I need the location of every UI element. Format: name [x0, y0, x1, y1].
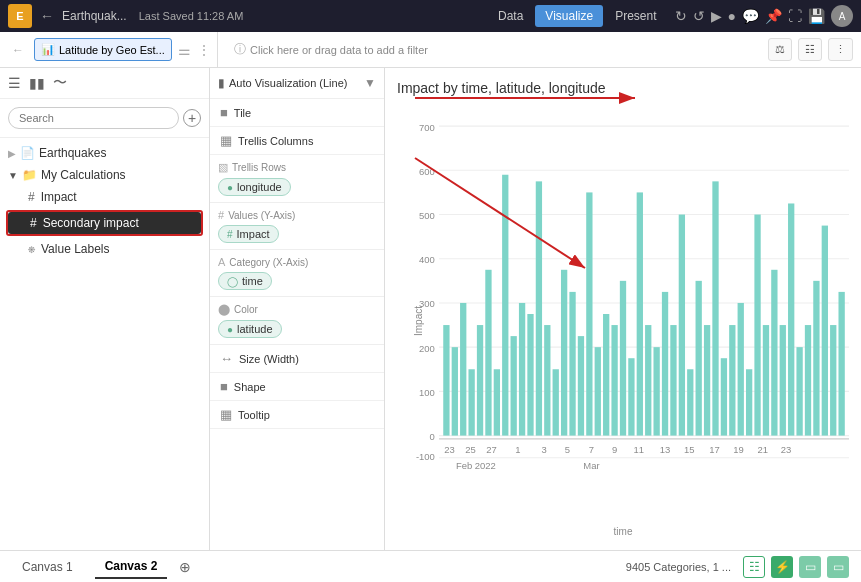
trellis-rows-label: ▧ Trellis Rows	[218, 161, 376, 174]
longitude-label: longitude	[237, 181, 282, 193]
svg-text:-100: -100	[416, 451, 435, 462]
svg-text:13: 13	[660, 444, 671, 455]
viz-option-size[interactable]: ↔ Size (Width)	[210, 345, 384, 373]
save-icon[interactable]: 💾	[808, 8, 825, 24]
shelf-category: A Category (X-Axis) ◯ time	[210, 250, 384, 297]
latitude-pill-label: latitude	[237, 323, 272, 335]
filter-btn[interactable]: ⚖	[768, 38, 792, 61]
bottom-bar: Canvas 1 Canvas 2 ⊕ 9405 Categories, 1 .…	[0, 550, 861, 582]
nav-data[interactable]: Data	[488, 5, 533, 27]
nav-visualize[interactable]: Visualize	[535, 5, 603, 27]
svg-rect-62	[813, 281, 819, 436]
sidebar: ☰ ▮▮ 〜 + ▶ 📄 Earthquakes ▼ 📁 My Calculat…	[0, 68, 210, 550]
svg-rect-51	[721, 358, 727, 435]
canvas-tab-2[interactable]: Canvas 2	[95, 555, 168, 579]
grid-tab-icon[interactable]: ⋮	[197, 42, 211, 58]
more-btn[interactable]: ⋮	[828, 38, 853, 61]
hash-pill-icon: #	[227, 229, 233, 240]
svg-text:5: 5	[565, 444, 570, 455]
svg-rect-61	[805, 325, 811, 436]
toolbar2: ← 📊 Latitude by Geo Est... ⚌ ⋮ ⓘ Click h…	[0, 32, 861, 68]
values-text: Values (Y-Axis)	[228, 210, 295, 221]
sidebar-item-value-labels[interactable]: ⎈ Value Labels	[0, 238, 209, 260]
svg-text:500: 500	[419, 210, 435, 221]
add-tab-icon[interactable]: ⚌	[178, 42, 191, 58]
chart-area: Impact by time, latitude, longitude Impa…	[385, 68, 861, 550]
expand2-icon[interactable]: ▭	[827, 556, 849, 578]
search-input[interactable]	[8, 107, 179, 129]
svg-rect-47	[687, 369, 693, 435]
svg-text:7: 7	[589, 444, 594, 455]
impact-pill[interactable]: # Impact	[218, 225, 279, 243]
add-field-button[interactable]: +	[183, 109, 201, 127]
circle-icon[interactable]: ●	[728, 8, 736, 24]
geo-lat-icon: ●	[227, 324, 233, 335]
undo-icon[interactable]: ↻	[675, 8, 687, 24]
tab-latitude[interactable]: 📊 Latitude by Geo Est...	[34, 38, 172, 61]
redo-icon[interactable]: ↺	[693, 8, 705, 24]
svg-text:100: 100	[419, 387, 435, 398]
screen-icon[interactable]: ⛶	[788, 8, 802, 24]
chat-icon[interactable]: 💬	[742, 8, 759, 24]
bolt-icon[interactable]: ⚡	[771, 556, 793, 578]
viz-selector-icon: ▮	[218, 76, 225, 90]
svg-text:27: 27	[486, 444, 497, 455]
svg-rect-32	[561, 270, 567, 436]
tooltip-icon: ▦	[220, 407, 232, 422]
svg-text:1: 1	[515, 444, 520, 455]
sidebar-item-impact[interactable]: # Impact	[0, 186, 209, 208]
nav-present[interactable]: Present	[605, 5, 666, 27]
svg-text:25: 25	[465, 444, 476, 455]
play-icon[interactable]: ▶	[711, 8, 722, 24]
back-nav[interactable]: ←	[8, 43, 28, 57]
svg-rect-24	[494, 369, 500, 435]
sidebar-chart-icon[interactable]: ▮▮	[29, 75, 45, 91]
y-axis-label: Impact	[413, 306, 424, 336]
svg-rect-36	[595, 347, 601, 435]
svg-text:23: 23	[444, 444, 455, 455]
location-icon[interactable]: 📌	[765, 8, 782, 24]
viz-option-trellis-columns[interactable]: ▦ Trellis Columns	[210, 127, 384, 155]
sidebar-wave-icon[interactable]: 〜	[53, 74, 67, 92]
chevron-down-icon: ▼	[8, 170, 18, 181]
svg-rect-18	[443, 325, 449, 436]
shape-label: Shape	[234, 381, 266, 393]
hash-icon-shelf: #	[218, 209, 224, 221]
shelf-values: # Values (Y-Axis) # Impact	[210, 203, 384, 250]
sidebar-menu-icon[interactable]: ☰	[8, 75, 21, 91]
add-canvas-button[interactable]: ⊕	[179, 559, 191, 575]
latitude-pill[interactable]: ● latitude	[218, 320, 282, 338]
impact-pill-label: Impact	[237, 228, 270, 240]
viz-option-shape[interactable]: ■ Shape	[210, 373, 384, 401]
svg-text:400: 400	[419, 254, 435, 265]
info-icon: ⓘ	[234, 41, 246, 58]
sidebar-group-earthquakes[interactable]: ▶ 📄 Earthquakes	[0, 142, 209, 164]
table-view-icon[interactable]: ☷	[743, 556, 765, 578]
user-avatar[interactable]: A	[831, 5, 853, 27]
back-button[interactable]: ←	[40, 8, 54, 24]
viz-label: Auto Visualization (Line)	[229, 77, 360, 89]
sidebar-item-secondary-impact[interactable]: # Secondary impact	[8, 212, 201, 234]
tab-label: Latitude by Geo Est...	[59, 44, 165, 56]
shelf-trellis-rows: ▧ Trellis Rows ● longitude	[210, 155, 384, 203]
toolbar2-center: ⓘ Click here or drag data to add a filte…	[226, 41, 760, 58]
svg-rect-19	[452, 347, 458, 435]
viz-option-tile[interactable]: ■ Tile	[210, 99, 384, 127]
viz-option-tooltip[interactable]: ▦ Tooltip	[210, 401, 384, 429]
svg-rect-59	[788, 203, 794, 435]
layout-btn[interactable]: ☷	[798, 38, 822, 61]
category-text: Category (X-Axis)	[229, 257, 308, 268]
longitude-pill[interactable]: ● longitude	[218, 178, 291, 196]
svg-rect-63	[822, 226, 828, 436]
svg-rect-37	[603, 314, 609, 436]
time-pill[interactable]: ◯ time	[218, 272, 272, 290]
secondary-impact-container: # Secondary impact	[6, 210, 203, 236]
svg-text:Feb 2022: Feb 2022	[456, 460, 496, 471]
chart-icon: 📊	[41, 43, 55, 56]
expand1-icon[interactable]: ▭	[799, 556, 821, 578]
canvas-tab-1[interactable]: Canvas 1	[12, 556, 83, 578]
sidebar-group-calculations[interactable]: ▼ 📁 My Calculations	[0, 164, 209, 186]
viz-dropdown-icon[interactable]: ▼	[364, 76, 376, 90]
filter-bar[interactable]: Click here or drag data to add a filter	[250, 44, 752, 56]
svg-rect-43	[653, 347, 659, 435]
